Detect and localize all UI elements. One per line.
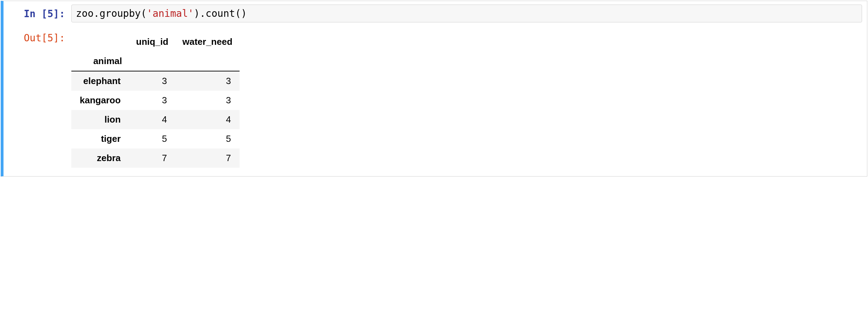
table-row: zebra 7 7 xyxy=(71,148,240,168)
table-row: kangaroo 3 3 xyxy=(71,91,240,110)
col-header: water_need xyxy=(175,32,239,51)
cell: 7 xyxy=(129,148,175,168)
exec-count-out: 5 xyxy=(47,32,53,44)
column-header-row: uniq_id water_need xyxy=(71,32,240,51)
input-row: In [5]: zoo.groupby('animal').count() xyxy=(8,5,862,22)
notebook-cell[interactable]: In [5]: zoo.groupby('animal').count() Ou… xyxy=(1,1,867,177)
prompt-close-out: ]: xyxy=(53,32,65,44)
code-pre: zoo.groupby( xyxy=(76,8,147,19)
index-corner xyxy=(71,32,129,51)
output-area: uniq_id water_need animal elephant 3 3 xyxy=(71,29,862,168)
index-name: animal xyxy=(71,51,129,71)
index-name-row: animal xyxy=(71,51,240,71)
row-index: lion xyxy=(71,110,129,129)
output-prompt: Out[5]: xyxy=(8,29,71,44)
cell: 3 xyxy=(129,91,175,110)
table-row: elephant 3 3 xyxy=(71,71,240,91)
cell: 3 xyxy=(129,71,175,91)
exec-count: 5 xyxy=(47,8,53,20)
output-row: Out[5]: uniq_id water_need animal xyxy=(8,29,862,168)
cell: 5 xyxy=(175,129,239,148)
in-label: In [ xyxy=(24,8,47,20)
row-index: zebra xyxy=(71,148,129,168)
col-header: uniq_id xyxy=(129,32,175,51)
row-index: kangaroo xyxy=(71,91,129,110)
code-string: 'animal' xyxy=(147,8,194,19)
cell: 5 xyxy=(129,129,175,148)
input-prompt: In [5]: xyxy=(8,5,71,20)
cell: 3 xyxy=(175,71,239,91)
prompt-close: ]: xyxy=(53,8,65,20)
out-label: Out[ xyxy=(24,32,47,44)
code-post: ).count() xyxy=(194,8,247,19)
cell: 3 xyxy=(175,91,239,110)
table-row: tiger 5 5 xyxy=(71,129,240,148)
row-index: tiger xyxy=(71,129,129,148)
dataframe-table: uniq_id water_need animal elephant 3 3 xyxy=(71,32,240,168)
cell: 7 xyxy=(175,148,239,168)
row-index: elephant xyxy=(71,71,129,91)
cell: 4 xyxy=(175,110,239,129)
cell: 4 xyxy=(129,110,175,129)
code-input[interactable]: zoo.groupby('animal').count() xyxy=(71,5,862,22)
table-row: lion 4 4 xyxy=(71,110,240,129)
